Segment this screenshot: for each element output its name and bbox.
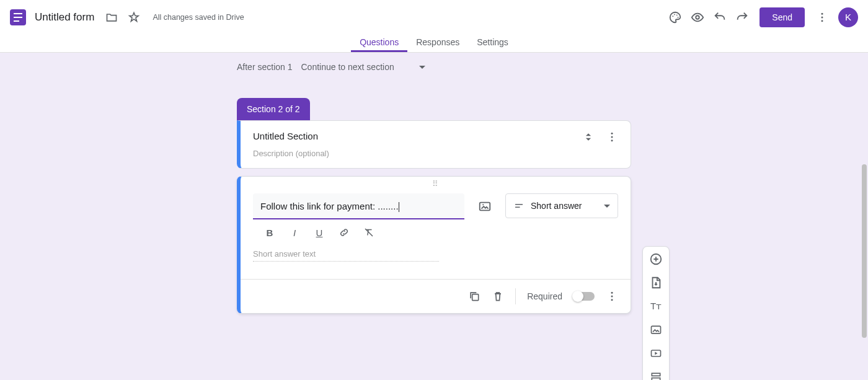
question-more-icon[interactable] [606,290,618,303]
tabs-bar: Questions Responses Settings [0,34,868,53]
answer-underline [253,261,439,262]
star-icon[interactable] [126,10,141,25]
svg-rect-13 [472,294,479,301]
bold-button[interactable]: B [263,226,277,239]
duplicate-button[interactable] [468,290,480,303]
tab-responses[interactable]: Responses [407,34,468,52]
scrollbar[interactable] [862,164,867,338]
svg-point-10 [611,139,613,141]
clear-format-button[interactable] [362,226,376,239]
svg-point-15 [611,296,613,298]
svg-rect-18 [652,326,661,334]
more-icon[interactable] [815,10,830,25]
delete-button[interactable] [492,290,504,303]
question-card[interactable]: ⠿ Follow this link for payment: ........… [237,176,631,314]
form-title[interactable]: Untitled form [35,11,94,24]
floating-toolbar: Tᴛ [642,246,670,380]
save-status: All changes saved in Drive [153,13,244,22]
add-image-button[interactable] [649,322,663,337]
svg-point-6 [822,16,823,18]
separator [515,288,516,304]
collapse-icon[interactable] [582,131,595,143]
undo-icon[interactable] [712,10,727,25]
redo-icon[interactable] [735,10,750,25]
italic-button[interactable]: I [288,226,301,239]
add-image-button[interactable] [473,195,497,218]
canvas: Short answer text After section 1 Contin… [0,53,868,380]
required-label: Required [527,291,562,301]
answer-placeholder: Short answer text [253,249,618,258]
svg-point-9 [611,136,613,138]
section-description[interactable]: Description (optional) [253,149,329,158]
add-video-button[interactable] [649,346,663,361]
section-pill: Section 2 of 2 [237,98,310,120]
svg-rect-20 [652,373,660,376]
chevron-down-icon [604,205,610,208]
svg-point-0 [673,15,674,17]
short-answer-icon [513,200,525,211]
svg-point-14 [611,292,613,294]
add-section-button[interactable] [649,369,663,380]
underline-button[interactable]: U [312,226,326,239]
svg-rect-11 [480,203,490,211]
after-section-select[interactable]: Continue to next section [301,62,425,72]
svg-point-1 [674,14,675,15]
svg-point-4 [696,15,700,19]
question-type-select[interactable]: Short answer [505,193,618,218]
folder-icon[interactable] [104,10,119,25]
required-toggle[interactable] [574,292,595,301]
svg-point-16 [611,299,613,301]
svg-point-5 [822,12,823,14]
tab-settings[interactable]: Settings [468,34,517,52]
svg-point-7 [822,20,823,22]
question-input-wrap[interactable]: Follow this link for payment: ........ [253,193,464,219]
section-title[interactable]: Untitled Section [253,131,329,141]
svg-point-3 [678,17,679,18]
preview-icon[interactable] [690,10,705,25]
add-title-button[interactable]: Tᴛ [649,299,663,314]
send-button[interactable]: Send [760,7,805,27]
add-question-button[interactable] [649,252,663,267]
svg-point-12 [482,204,484,205]
question-input[interactable]: Follow this link for payment: ........ [260,201,399,211]
avatar[interactable]: K [838,7,858,27]
after-section-row: After section 1 Continue to next section [237,53,631,83]
drag-handle-icon[interactable]: ⠿ [241,177,631,188]
import-questions-button[interactable] [649,275,663,290]
app-header: Untitled form All changes saved in Drive… [0,0,868,34]
section-header-card[interactable]: Untitled Section Description (optional) [237,120,631,169]
link-button[interactable] [337,226,351,239]
svg-point-2 [676,14,678,15]
chevron-down-icon [419,66,425,69]
svg-point-8 [611,133,613,135]
format-toolbar: B I U [253,219,618,244]
forms-logo[interactable] [10,9,26,25]
question-footer: Required [241,279,631,313]
after-section-label: After section 1 [237,62,293,72]
question-type-label: Short answer [531,201,582,211]
after-section-value: Continue to next section [301,62,394,72]
palette-icon[interactable] [668,10,683,25]
section-more-icon[interactable] [606,131,618,143]
tab-questions[interactable]: Questions [351,34,407,52]
